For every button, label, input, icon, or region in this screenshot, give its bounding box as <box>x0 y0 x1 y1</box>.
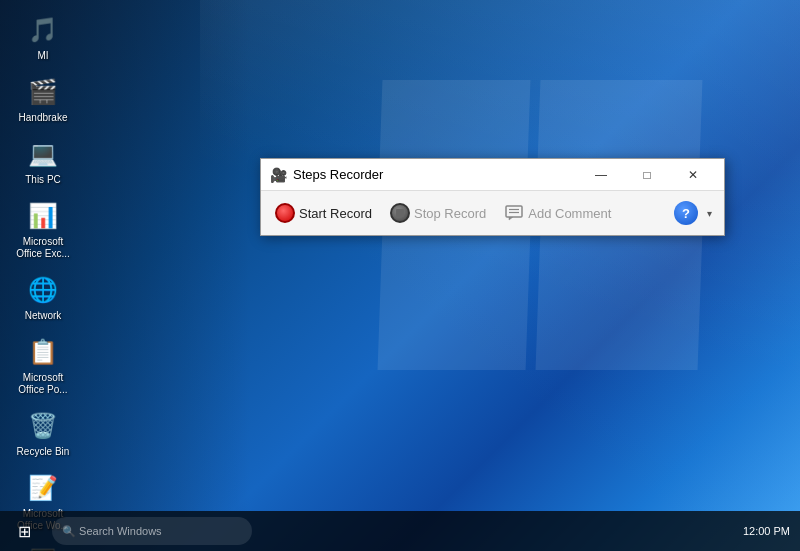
desktop: 🎵 MI 🎬 Handbrake 💻 This PC 📊 Microsoft O… <box>0 0 800 551</box>
network-icon: 🌐 <box>25 272 61 308</box>
stop-record-button[interactable]: Stop Record <box>382 199 494 227</box>
window-toolbar: Start Record Stop Record Add Comment <box>261 191 724 235</box>
search-placeholder: 🔍 Search Windows <box>62 525 162 538</box>
taskbar-search[interactable]: 🔍 Search Windows <box>52 517 252 545</box>
recycle-bin-label: Recycle Bin <box>17 446 70 458</box>
comment-icon <box>504 203 524 223</box>
taskbar-time: 12:00 PM <box>743 525 790 537</box>
taskbar-system-tray: 12:00 PM <box>743 525 800 537</box>
windows-logo-decoration <box>380 80 700 400</box>
taskbar: ⊞ 🔍 Search Windows 12:00 PM <box>0 511 800 551</box>
desktop-icon-handbrake[interactable]: 🎬 Handbrake <box>8 70 78 128</box>
excel-label: Microsoft Office Exc... <box>12 236 74 260</box>
stop-record-icon <box>390 203 410 223</box>
desktop-icon-mi[interactable]: 🎵 MI <box>8 8 78 66</box>
network-label: Network <box>25 310 62 322</box>
help-icon: ? <box>682 206 690 221</box>
steps-recorder-window: 🎥 Steps Recorder — □ ✕ Start Record Stop… <box>260 158 725 236</box>
minimize-button[interactable]: — <box>578 159 624 191</box>
recycle-bin-icon: 🗑️ <box>25 408 61 444</box>
dropdown-arrow-icon: ▾ <box>707 208 712 219</box>
steps-recorder-window-icon: 🎥 <box>269 166 287 184</box>
start-icon: ⊞ <box>18 522 31 541</box>
desktop-icon-excel[interactable]: 📊 Microsoft Office Exc... <box>8 194 78 264</box>
handbrake-icon: 🎬 <box>25 74 61 110</box>
help-button[interactable]: ? <box>674 201 698 225</box>
desktop-icon-network[interactable]: 🌐 Network <box>8 268 78 326</box>
powerpoint-label: Microsoft Office Po... <box>12 372 74 396</box>
start-record-button[interactable]: Start Record <box>267 199 380 227</box>
start-record-label: Start Record <box>299 206 372 221</box>
mi-label: MI <box>37 50 48 62</box>
excel-icon: 📊 <box>25 198 61 234</box>
taskbar-start-button[interactable]: ⊞ <box>0 511 48 551</box>
add-comment-label: Add Comment <box>528 206 611 221</box>
close-button[interactable]: ✕ <box>670 159 716 191</box>
start-record-icon <box>275 203 295 223</box>
stop-record-label: Stop Record <box>414 206 486 221</box>
handbrake-label: Handbrake <box>19 112 68 124</box>
desktop-icon-powerpoint[interactable]: 📋 Microsoft Office Po... <box>8 330 78 400</box>
desktop-icons-container: 🎵 MI 🎬 Handbrake 💻 This PC 📊 Microsoft O… <box>8 8 78 551</box>
svg-rect-0 <box>506 206 522 217</box>
dropdown-button[interactable]: ▾ <box>700 201 718 225</box>
maximize-button[interactable]: □ <box>624 159 670 191</box>
this-pc-icon: 💻 <box>25 136 61 172</box>
powerpoint-icon: 📋 <box>25 334 61 370</box>
word-icon: 📝 <box>25 470 61 506</box>
add-comment-button[interactable]: Add Comment <box>496 199 619 227</box>
window-titlebar[interactable]: 🎥 Steps Recorder — □ ✕ <box>261 159 724 191</box>
desktop-icon-recycle-bin[interactable]: 🗑️ Recycle Bin <box>8 404 78 462</box>
window-controls: — □ ✕ <box>578 159 716 191</box>
window-title: Steps Recorder <box>293 167 578 182</box>
this-pc-label: This PC <box>25 174 61 186</box>
desktop-icon-this-pc[interactable]: 💻 This PC <box>8 132 78 190</box>
mi-icon: 🎵 <box>25 12 61 48</box>
